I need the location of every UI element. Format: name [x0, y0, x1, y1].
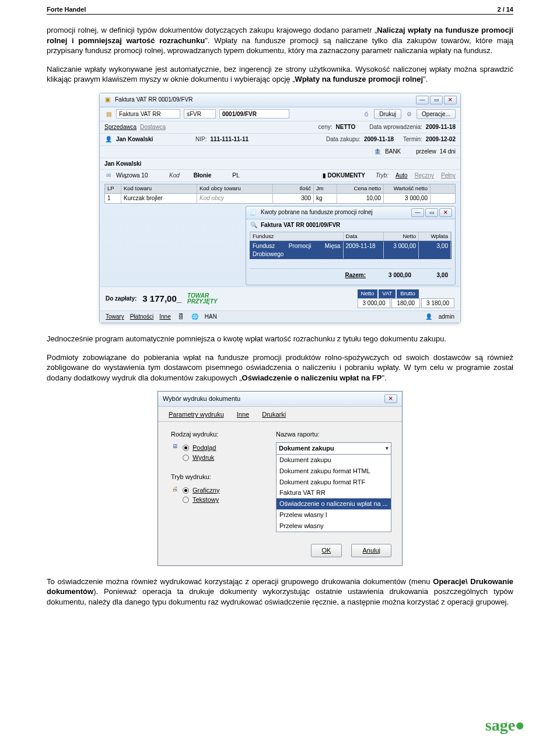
body-text: promocji rolnej, w definicji typów dokum…: [0, 25, 560, 607]
list-item[interactable]: Dokument zakupu format RTF: [276, 477, 391, 488]
header-left: Forte Handel: [47, 6, 86, 13]
ops-button[interactable]: Operacje...: [416, 109, 456, 120]
rodzaj-label: Rodzaj wydruku:: [171, 430, 258, 439]
print-button[interactable]: Drukuj: [374, 109, 401, 120]
radio-graficzny[interactable]: Graficzny: [183, 486, 219, 495]
window-titlebar: ▣ Faktura VAT RR 0001/09/FVR — ▭ ✕: [100, 93, 460, 107]
doc-icon: ▣: [103, 96, 111, 104]
tab-dostawca[interactable]: Dostawca: [140, 123, 166, 131]
doctype-field[interactable]: Faktura VAT RR: [116, 109, 180, 118]
printer-icon: 🖨: [171, 485, 179, 493]
gear-icon: ⚙: [405, 110, 413, 118]
fund-grid-header: Fundusz Data Netto Wpłata: [250, 232, 452, 242]
globe-icon: 🌐: [191, 313, 199, 321]
para-2: Naliczanie wpłaty wykonywane jest automa…: [47, 64, 513, 85]
doc-icon: ▤: [104, 110, 113, 118]
monitor-icon: 🖥: [171, 442, 179, 450]
tab-drukarki[interactable]: Drukarki: [262, 410, 286, 421]
code-field[interactable]: sFVR: [184, 109, 216, 118]
print-icon: ⎙: [362, 110, 370, 118]
items-grid-row[interactable]: 1 Kurczak brojler Kod obcy 300 kg 10,00 …: [104, 194, 456, 204]
minimize-button[interactable]: —: [416, 96, 429, 104]
invoice-window: ▣ Faktura VAT RR 0001/09/FVR — ▭ ✕ ▤ Fak…: [99, 93, 461, 323]
header-page: 2 / 14: [497, 6, 513, 13]
tab-towary[interactable]: Towary: [106, 313, 124, 321]
goods-accepted-stamp: TOWAR PRZYJĘTY: [187, 293, 218, 305]
dialog-title: Wybór wydruku dokumentu: [163, 394, 240, 403]
lens-icon: 🔍: [250, 221, 258, 229]
radio-wydruk[interactable]: Wydruk: [183, 453, 216, 462]
radio-podglad[interactable]: Podgląd: [183, 443, 216, 452]
tryb-label: Tryb wydruku:: [171, 473, 258, 481]
para-5: To oświadczenie można również wydrukować…: [47, 577, 513, 607]
sub-close[interactable]: ✕: [439, 208, 452, 217]
close-button[interactable]: ✕: [444, 96, 457, 104]
report-list[interactable]: Dokument zakupu Dokument zakupu format H…: [276, 455, 391, 532]
header-rule: [47, 14, 513, 15]
sub-minimize[interactable]: —: [411, 208, 424, 217]
radio-tekstowy[interactable]: Tekstowy: [183, 495, 219, 504]
maximize-button[interactable]: ▭: [430, 96, 443, 104]
items-grid-header: LP Kod towaru Kod obcy towaru Ilość Jm C…: [104, 184, 456, 194]
list-item[interactable]: Faktura VAT RR: [276, 487, 391, 498]
para-1: promocji rolnej, w definicji typów dokum…: [47, 25, 513, 56]
fund-grid-row[interactable]: Fundusz Promocji Mięsa Drobiowego 2009-1…: [250, 241, 452, 259]
seller-name: Jan Kowalski: [116, 135, 192, 144]
tab-sprzedawca[interactable]: Sprzedawca: [104, 123, 136, 131]
to-pay-value: 3 177,00_: [142, 293, 181, 305]
dialog-close[interactable]: ✕: [384, 394, 397, 403]
page-header: Forte Handel 2 / 14: [0, 0, 560, 14]
funds-icon: 🧾: [249, 208, 257, 216]
list-item[interactable]: Dokument zakupu format HTML: [276, 466, 391, 477]
para-3: Jednocześnie program automatycznie pomni…: [47, 334, 513, 344]
user-icon: 👤: [425, 313, 433, 321]
envelope-icon: ✉: [104, 172, 113, 180]
tab-platnosci[interactable]: Płatności: [130, 313, 154, 321]
bank-icon: 🏦: [373, 148, 382, 156]
cancel-button[interactable]: Anuluj: [351, 544, 391, 557]
person-icon: 👤: [104, 135, 113, 144]
list-item[interactable]: Przelew własny: [276, 521, 391, 532]
tab-param[interactable]: Parametry wydruku: [169, 410, 224, 421]
sage-logo: sage●: [485, 716, 525, 735]
db-icon: 🗄: [177, 313, 185, 321]
number-field[interactable]: 0001/09/FVR: [219, 109, 289, 118]
list-item[interactable]: Dokument zakupu: [276, 455, 391, 466]
ok-button[interactable]: OK: [311, 544, 342, 557]
tab-inne2[interactable]: Inne: [237, 410, 249, 421]
sub-maximize[interactable]: ▭: [425, 208, 438, 217]
print-dialog: Wybór wydruku dokumentu ✕ Parametry wydr…: [158, 391, 402, 565]
list-item-selected[interactable]: Oświadczenie o naliczeniu wpłat na ...: [276, 498, 391, 509]
funds-subwindow: 🧾 Kwoty pobrane na fundusze promocji rol…: [246, 206, 456, 285]
subwindow-title: Kwoty pobrane na fundusze promocji rolne…: [261, 208, 373, 216]
fund-total-row: Razem: 3 000,00 3,00: [250, 268, 452, 283]
window-title: Faktura VAT RR 0001/09/FVR: [115, 96, 192, 104]
para-4: Podmioty zobowiązane do pobierania wpłat…: [47, 352, 513, 383]
chevron-down-icon: ▾: [386, 445, 388, 452]
report-combo[interactable]: Dokument zakupu▾: [276, 442, 391, 455]
tab-inne[interactable]: Inne: [159, 313, 170, 321]
list-item[interactable]: Przelew własny I: [276, 509, 391, 521]
nazwa-label: Nazwa raportu:: [276, 430, 391, 439]
to-pay-label: Do zapłaty:: [106, 295, 136, 303]
